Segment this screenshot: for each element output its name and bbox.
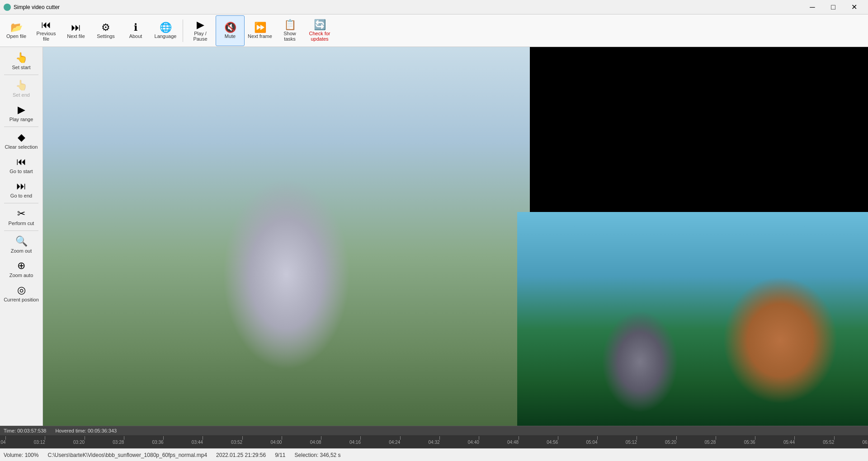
tick-label-5: 03:44: [192, 440, 203, 445]
tick-line-5: [203, 436, 203, 440]
tick-label-2: 03:20: [73, 440, 85, 445]
timeline-time-info: Time: 00:03:57:538 Hovered time: 00:05:3…: [0, 426, 868, 435]
tick-label-3: 03:28: [113, 440, 124, 445]
tick-label-12: 04:40: [468, 440, 479, 445]
previous-file-button[interactable]: ⏮Previous file: [32, 15, 61, 46]
tick-line-13: [519, 436, 519, 440]
settings-button[interactable]: ⚙Settings: [91, 15, 120, 46]
zoom-auto-icon: ⊕: [17, 260, 25, 272]
tick-line-16: [637, 436, 637, 440]
tick-line-21: [834, 436, 835, 440]
timeline-area[interactable]: Time: 00:03:57:538 Hovered time: 00:05:3…: [0, 426, 868, 448]
tick-label-10: 04:24: [389, 440, 400, 445]
datetime-label: 2022.01.25 21:29:56: [216, 452, 266, 458]
clear-selection-label: Clear selection: [5, 144, 38, 150]
next-file-button[interactable]: ⏭Next file: [61, 15, 90, 46]
current-position-sidebar-button[interactable]: ◎Current position: [1, 281, 42, 306]
selection-label: Selection: 346,52 s: [295, 452, 341, 458]
timeline-tick-16: 05:12: [631, 436, 642, 445]
tick-label-13: 04:48: [507, 440, 519, 445]
check-updates-button[interactable]: 🔄Check for updates: [305, 15, 334, 46]
tick-label-18: 05:28: [704, 440, 716, 445]
tick-line-3: [124, 436, 124, 440]
next-frame-label: Next frame: [248, 33, 272, 39]
play-pause-button[interactable]: ▶Play / Pause: [186, 15, 215, 46]
tick-label-19: 05:36: [744, 440, 755, 445]
language-button[interactable]: 🌐Language: [151, 15, 180, 46]
timeline-tick-13: 04:48: [513, 436, 524, 445]
timeline-track[interactable]: 03:0403:1203:2003:2803:3603:4403:5204:00…: [0, 435, 868, 448]
tick-line-12: [479, 436, 479, 440]
timeline-tick-3: 03:28: [118, 436, 130, 445]
open-file-icon: 📂: [10, 23, 23, 33]
go-to-start-label: Go to start: [9, 169, 33, 174]
close-button[interactable]: ✕: [844, 0, 864, 14]
go-to-start-sidebar-button[interactable]: ⏮Go to start: [1, 153, 42, 177]
clear-selection-sidebar-button[interactable]: ◆Clear selection: [1, 128, 42, 153]
main-video-content: [43, 47, 530, 426]
file-index-label: 9/11: [275, 452, 285, 458]
toolbar-separator: [183, 19, 183, 42]
tick-line-7: [282, 436, 282, 440]
previous-file-icon: ⏮: [41, 20, 51, 30]
set-end-icon: 👆: [15, 80, 28, 91]
tick-label-9: 04:16: [349, 440, 361, 445]
titlebar: Simple video cutter ─ □ ✕: [0, 0, 868, 14]
tick-line-0: [5, 436, 6, 440]
check-updates-label: Check for updates: [307, 31, 332, 42]
preview-video: [517, 212, 868, 426]
open-file-label: Open file: [6, 33, 26, 39]
set-end-sidebar-button: 👆Set end: [1, 76, 42, 101]
sidebar-separator-6: [4, 203, 38, 203]
video-area: [43, 47, 868, 426]
tick-label-20: 05:44: [783, 440, 795, 445]
tick-line-17: [676, 436, 677, 440]
timeline-tick-18: 05:28: [710, 436, 722, 445]
tick-line-11: [439, 436, 440, 440]
check-updates-icon: 🔄: [314, 20, 326, 30]
settings-icon: ⚙: [101, 23, 110, 33]
next-file-label: Next file: [67, 33, 85, 39]
timeline-tick-8: 04:08: [316, 436, 327, 445]
titlebar-left: Simple video cutter: [4, 4, 60, 11]
zoom-out-sidebar-button[interactable]: 🔍Zoom out: [1, 232, 42, 257]
tick-label-21: 05:52: [823, 440, 834, 445]
timeline-tick-6: 03:52: [237, 436, 248, 445]
timeline-tick-5: 03:44: [197, 436, 208, 445]
tick-label-15: 05:04: [586, 440, 598, 445]
zoom-auto-label: Zoom auto: [9, 273, 33, 278]
settings-label: Settings: [97, 33, 115, 39]
timeline-tick-2: 03:20: [79, 436, 90, 445]
go-to-end-icon: ⏭: [16, 180, 26, 192]
language-label: Language: [155, 33, 177, 39]
perform-cut-label: Perform cut: [9, 221, 34, 226]
current-position-icon: ◎: [17, 284, 26, 296]
timeline-tick-10: 04:24: [395, 436, 406, 445]
go-to-end-sidebar-button[interactable]: ⏭Go to end: [1, 177, 42, 202]
timeline-tick-12: 04:40: [473, 436, 485, 445]
mute-label: Mute: [225, 33, 236, 39]
show-tasks-button[interactable]: 📋Show tasks: [275, 15, 304, 46]
tick-line-15: [597, 436, 598, 440]
play-range-sidebar-button[interactable]: ▶Play range: [1, 101, 42, 125]
timeline-tick-19: 05:36: [750, 436, 761, 445]
set-start-label: Set start: [12, 65, 31, 70]
maximize-button[interactable]: □: [823, 0, 844, 14]
timeline-tick-9: 04:16: [355, 436, 366, 445]
next-frame-button[interactable]: ⏩Next frame: [245, 15, 274, 46]
minimize-button[interactable]: ─: [802, 0, 823, 14]
timeline-tick-15: 05:04: [592, 436, 603, 445]
set-start-sidebar-button[interactable]: 👆Set start: [1, 49, 42, 73]
main-layout: 👆Set start👆Set end▶Play range◆Clear sele…: [0, 47, 868, 426]
open-file-button[interactable]: 📂Open file: [2, 15, 31, 46]
zoom-auto-sidebar-button[interactable]: ⊕Zoom auto: [1, 257, 42, 281]
perform-cut-sidebar-button[interactable]: ✂Perform cut: [1, 205, 42, 229]
main-video: [43, 47, 530, 426]
about-button[interactable]: ℹAbout: [121, 15, 150, 46]
mute-button[interactable]: 🔇Mute: [216, 15, 245, 46]
sidebar-separator-3: [4, 127, 38, 127]
previous-file-label: Previous file: [34, 31, 58, 42]
tick-line-6: [242, 436, 243, 440]
hovered-time-label: Hovered time: 00:05:36:343: [55, 428, 117, 433]
clear-selection-icon: ◆: [18, 132, 25, 143]
